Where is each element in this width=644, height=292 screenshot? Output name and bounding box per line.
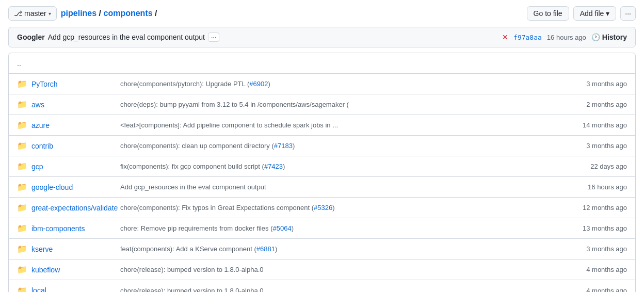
go-to-file-button[interactable]: Go to file bbox=[527, 6, 569, 21]
commit-status-icon: ✕ bbox=[502, 33, 508, 41]
folder-icon: 📁 bbox=[17, 120, 27, 130]
folder-name: kserve bbox=[31, 245, 53, 253]
commit-time-cell: 12 months ago bbox=[544, 204, 627, 212]
folder-icon: 📁 bbox=[17, 223, 27, 233]
parent-directory-link[interactable]: .. bbox=[17, 59, 627, 68]
folder-icon: 📁 bbox=[17, 265, 27, 274]
breadcrumb: pipelines / components / bbox=[61, 9, 157, 18]
folder-name: PyTorch bbox=[31, 80, 58, 88]
file-name-cell: 📁 great-expectations/validate bbox=[17, 203, 120, 213]
more-options-button[interactable]: ··· bbox=[620, 6, 636, 21]
folder-icon: 📁 bbox=[17, 161, 27, 171]
folder-icon: 📁 bbox=[17, 203, 27, 213]
breadcrumb-repo-link[interactable]: pipelines bbox=[61, 9, 96, 18]
file-name-cell: 📁 ibm-components bbox=[17, 223, 120, 233]
top-bar-right: Go to file Add file ▾ ··· bbox=[527, 6, 636, 21]
file-name-link[interactable]: 📁 ibm-components bbox=[17, 223, 120, 233]
table-row: 📁 aws chore(deps): bump pyyaml from 3.12… bbox=[9, 94, 635, 115]
commit-message-cell: chore(components/pytorch): Upgrade PTL (… bbox=[120, 80, 544, 88]
file-name-link[interactable]: 📁 gcp bbox=[17, 161, 120, 171]
commit-bar-left: Googler Add gcp_resources in the eval co… bbox=[17, 33, 219, 42]
file-name-cell: 📁 contrib bbox=[17, 141, 120, 151]
file-name-link[interactable]: 📁 aws bbox=[17, 100, 120, 109]
file-name-cell: 📁 PyTorch bbox=[17, 79, 120, 89]
commit-message-cell: chore(components): clean up component di… bbox=[120, 142, 544, 150]
branch-name: master bbox=[24, 9, 46, 18]
chevron-down-icon: ▾ bbox=[606, 9, 609, 18]
pr-link[interactable]: #7423 bbox=[264, 163, 283, 170]
folder-name: ibm-components bbox=[31, 224, 85, 233]
file-name-link[interactable]: 📁 kubeflow bbox=[17, 265, 120, 274]
commit-time-cell: 22 days ago bbox=[544, 163, 627, 170]
file-name-link[interactable]: 📁 azure bbox=[17, 120, 120, 130]
file-name-cell: 📁 google-cloud bbox=[17, 182, 120, 192]
top-bar: ⎇ master ▾ pipelines / components / Go t… bbox=[8, 6, 636, 21]
commit-author: Googler bbox=[17, 33, 45, 41]
table-row: 📁 azure <feat>[components]: Add pipeline… bbox=[9, 115, 635, 136]
folder-name: great-expectations/validate bbox=[31, 204, 118, 212]
file-name-cell: 📁 local bbox=[17, 286, 120, 293]
table-row: 📁 great-expectations/validate chore(comp… bbox=[9, 198, 635, 218]
commit-time-cell: 3 months ago bbox=[544, 245, 627, 253]
pr-link[interactable]: #5064 bbox=[273, 224, 292, 232]
commit-hash-link[interactable]: f97a8aa bbox=[513, 34, 542, 41]
folder-name: azure bbox=[31, 121, 50, 129]
history-link[interactable]: 🕐 History bbox=[591, 33, 627, 41]
file-name-link[interactable]: 📁 PyTorch bbox=[17, 79, 120, 89]
commit-time-cell: 3 months ago bbox=[544, 142, 627, 150]
folder-name: google-cloud bbox=[31, 183, 73, 191]
file-name-cell: 📁 kserve bbox=[17, 244, 120, 254]
file-name-link[interactable]: 📁 contrib bbox=[17, 141, 120, 151]
file-name-cell: 📁 kubeflow bbox=[17, 265, 120, 274]
table-row: 📁 ibm-components chore: Remove pip requi… bbox=[9, 218, 635, 239]
branch-selector[interactable]: ⎇ master ▾ bbox=[8, 6, 57, 21]
breadcrumb-sep1: / bbox=[99, 9, 104, 18]
pr-link[interactable]: #7183 bbox=[274, 142, 293, 150]
pr-link[interactable]: #6881 bbox=[256, 245, 275, 253]
top-bar-left: ⎇ master ▾ pipelines / components / bbox=[8, 6, 157, 21]
add-file-button[interactable]: Add file ▾ bbox=[573, 6, 617, 21]
file-name-cell: 📁 aws bbox=[17, 100, 120, 109]
history-clock-icon: 🕐 bbox=[591, 33, 600, 41]
folder-icon: 📁 bbox=[17, 244, 27, 254]
parent-directory-row: .. bbox=[9, 53, 635, 74]
folder-name: local bbox=[31, 286, 46, 292]
pr-link[interactable]: #5326 bbox=[314, 204, 332, 212]
commit-bar: Googler Add gcp_resources in the eval co… bbox=[8, 27, 636, 47]
folder-name: kubeflow bbox=[31, 266, 60, 274]
folder-name: contrib bbox=[31, 142, 53, 150]
table-row: 📁 PyTorch chore(components/pytorch): Upg… bbox=[9, 74, 635, 94]
git-branch-icon: ⎇ bbox=[14, 9, 22, 18]
file-name-cell: 📁 azure bbox=[17, 120, 120, 130]
commit-message-cell: <feat>[components]: Add pipeline compone… bbox=[120, 121, 544, 129]
commit-time: 16 hours ago bbox=[547, 34, 586, 41]
table-row: 📁 contrib chore(components): clean up co… bbox=[9, 136, 635, 156]
commit-message-cell: feat(components): Add a KServe component… bbox=[120, 245, 544, 253]
file-name-link[interactable]: 📁 kserve bbox=[17, 244, 120, 254]
folder-icon: 📁 bbox=[17, 286, 27, 293]
commit-message-cell: chore(release): bumped version to 1.8.0-… bbox=[120, 287, 544, 293]
commit-time-cell: 13 months ago bbox=[544, 224, 627, 232]
chevron-down-icon: ▾ bbox=[49, 11, 51, 17]
file-name-link[interactable]: 📁 great-expectations/validate bbox=[17, 203, 120, 213]
folder-name: gcp bbox=[31, 163, 43, 171]
commit-ellipsis-button[interactable]: ··· bbox=[208, 33, 219, 42]
breadcrumb-sep2: / bbox=[155, 9, 157, 18]
breadcrumb-folder-link[interactable]: components bbox=[104, 9, 153, 18]
commit-message-cell: chore(components): Fix typos in Great Ex… bbox=[120, 204, 544, 212]
table-row: 📁 kserve feat(components): Add a KServe … bbox=[9, 239, 635, 259]
folder-name: aws bbox=[31, 101, 44, 109]
commit-message-cell: chore(deps): bump pyyaml from 3.12 to 5.… bbox=[120, 101, 544, 108]
commit-message-cell: chore(release): bumped version to 1.8.0-… bbox=[120, 266, 544, 273]
table-row: 📁 google-cloud Add gcp_resources in the … bbox=[9, 177, 635, 198]
folder-icon: 📁 bbox=[17, 182, 27, 192]
commit-time-cell: 16 hours ago bbox=[544, 183, 627, 191]
commit-bar-right: ✕ f97a8aa 16 hours ago 🕐 History bbox=[502, 33, 627, 41]
file-name-link[interactable]: 📁 google-cloud bbox=[17, 182, 120, 192]
commit-message-cell: chore: Remove pip requirements from dock… bbox=[120, 224, 544, 232]
pr-link[interactable]: #6902 bbox=[249, 80, 268, 88]
commit-message: Add gcp_resources in the eval component … bbox=[48, 33, 205, 41]
table-row: 📁 gcp fix(components): fix gcp component… bbox=[9, 156, 635, 177]
commit-message-cell: fix(components): fix gcp component build… bbox=[120, 163, 544, 170]
file-name-link[interactable]: 📁 local bbox=[17, 286, 120, 293]
